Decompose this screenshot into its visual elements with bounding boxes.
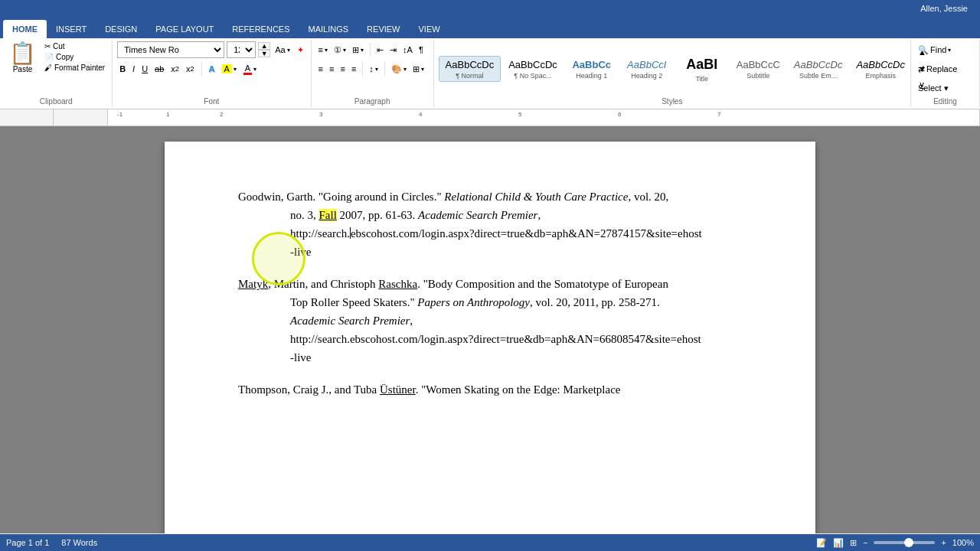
styles-gallery: AaBbCcDc ¶ Normal AaBbCcDc ¶ No Spac... … [439, 54, 911, 83]
ref-goodwin-line2: no. 3, Fall 2007, pp. 61-63. Academic Se… [238, 206, 742, 224]
style-normal-label: ¶ Normal [456, 72, 483, 80]
zoom-out-icon[interactable]: − [863, 538, 867, 547]
paragraph-group-label: Paragraph [312, 97, 433, 106]
style-heading2-label: Heading 2 [631, 72, 662, 80]
style-no-spacing-label: ¶ No Spac... [514, 72, 551, 80]
change-case-button[interactable]: Aa▾ [273, 41, 292, 58]
document-page[interactable]: Goodwin, Garth. "Going around in Circles… [165, 142, 815, 533]
align-right-button[interactable]: ≡ [338, 60, 347, 77]
bold-button[interactable]: B [117, 60, 128, 77]
document-content: Goodwin, Garth. "Going around in Circles… [238, 187, 742, 399]
multilevel-list-button[interactable]: ⊞▾ [350, 41, 366, 58]
ref-thompson-author-underline: Üstüner [380, 383, 416, 396]
style-subtitle[interactable]: AaBbCcC Subtitle [730, 57, 786, 81]
font-family-select[interactable]: Times New Ro [117, 41, 224, 58]
ref-matyk: Matyk, Martin, and Christoph Raschka. "B… [238, 275, 742, 367]
show-formatting-button[interactable]: ¶ [416, 41, 426, 58]
line-spacing-button[interactable]: ↕▾ [367, 60, 381, 77]
format-painter-icon: 🖌 [44, 64, 52, 72]
ref-thompson-line1: Thompson, Craig J., and Tuba Üstüner. "W… [238, 380, 742, 399]
clipboard-small-buttons: ✂ Cut 📄 Copy 🖌 Format Painter [42, 41, 107, 73]
format-painter-label: Format Painter [54, 64, 105, 72]
style-emphasis[interactable]: AaBbCcDc Emphasis [850, 57, 911, 81]
style-subtitle-label: Subtitle [746, 72, 769, 80]
font-size-increase[interactable]: ▲ [258, 42, 270, 50]
track-changes-icon[interactable]: 📊 [833, 538, 844, 548]
style-heading2[interactable]: AaBbCcI Heading 2 [620, 57, 674, 81]
format-painter-button[interactable]: 🖌 Format Painter [42, 63, 107, 73]
bullets-button[interactable]: ≡▾ [316, 41, 330, 58]
clear-formatting-button[interactable]: ✦ [295, 41, 306, 58]
find-button[interactable]: 🔍 Find ▾ [916, 41, 953, 58]
italic-button[interactable]: I [130, 60, 137, 77]
superscript-button[interactable]: x2 [184, 60, 197, 77]
tab-home[interactable]: HOME [3, 20, 47, 38]
style-subtle-emphasis-preview: AaBbCcDc [794, 58, 843, 72]
select-button[interactable]: Select ▾ [916, 80, 951, 96]
font-color-icon: A [243, 64, 252, 75]
tab-page-layout[interactable]: PAGE LAYOUT [146, 20, 223, 38]
tab-design[interactable]: DESIGN [96, 20, 146, 38]
font-size-select[interactable]: 12 [227, 41, 256, 58]
ref-matyk-line2: Top Roller Speed Skaters." Papers on Ant… [238, 293, 742, 311]
sort-button[interactable]: ↕A [400, 41, 415, 58]
font-divider [201, 62, 202, 76]
paste-button[interactable]: 📋 Paste [5, 41, 41, 75]
tab-mailings[interactable]: MAILINGS [299, 20, 358, 38]
spell-check-icon[interactable]: 📝 [816, 538, 827, 548]
tab-insert[interactable]: INSERT [47, 20, 96, 38]
tab-review[interactable]: REVIEW [358, 20, 409, 38]
subscript-button[interactable]: x2 [168, 60, 181, 77]
style-normal-preview: AaBbCcDc [446, 58, 495, 72]
ref-goodwin-database: Academic Search Premier [418, 209, 537, 221]
doc-area: Goodwin, Garth. "Going around in Circles… [0, 126, 980, 533]
style-heading1[interactable]: AaBbCc Heading 1 [565, 57, 619, 81]
layout-icon[interactable]: ⊞ [850, 538, 857, 548]
para-divider3 [384, 62, 385, 76]
ref-matyk-journal: Papers on Anthropology [417, 296, 530, 308]
clipboard-group: 📋 Paste ✂ Cut 📄 Copy 🖌 Format Painter Cl… [0, 40, 113, 107]
cut-button[interactable]: ✂ Cut [42, 41, 107, 51]
justify-button[interactable]: ≡ [349, 60, 358, 77]
replace-button[interactable]: ⇄ Replace [916, 60, 959, 77]
style-heading2-preview: AaBbCcI [627, 58, 666, 72]
style-heading1-label: Heading 1 [576, 72, 607, 80]
user-name: Allen, Jessie [920, 4, 968, 13]
copy-button[interactable]: 📄 Copy [42, 52, 107, 62]
ref-matyk-url: http://search.ebscohost.com/login.aspx?d… [238, 330, 742, 348]
font-group-label: Font [113, 97, 310, 106]
zoom-level: 100% [952, 538, 974, 547]
cut-label: Cut [53, 42, 65, 51]
tab-view[interactable]: VIEW [410, 20, 449, 38]
increase-indent-button[interactable]: ⇥ [387, 41, 399, 58]
zoom-in-icon[interactable]: + [941, 538, 946, 547]
align-center-button[interactable]: ≡ [327, 60, 336, 77]
style-subtle-emphasis[interactable]: AaBbCcDc Subtle Em... [788, 57, 849, 81]
numbering-button[interactable]: ①▾ [332, 41, 348, 58]
align-left-button[interactable]: ≡ [316, 60, 325, 77]
text-highlight-button[interactable]: A▾ [220, 60, 239, 77]
style-title-preview: AaBI [686, 55, 717, 74]
horizontal-ruler: -1 1 2 3 4 5 6 7 [107, 109, 980, 126]
copy-label: Copy [56, 53, 74, 61]
style-no-spacing[interactable]: AaBbCcDc ¶ No Spac... [502, 57, 564, 81]
font-size-decrease[interactable]: ▼ [258, 50, 270, 57]
clipboard-group-label: Clipboard [0, 97, 112, 106]
borders-button[interactable]: ⊞▾ [410, 60, 426, 77]
zoom-slider[interactable] [874, 541, 935, 544]
style-title[interactable]: AaBI Title [675, 54, 729, 83]
strikethrough-button[interactable]: ab [152, 60, 166, 77]
underline-button[interactable]: U [139, 60, 150, 77]
page-info: Page 1 of 1 [6, 538, 49, 547]
decrease-indent-button[interactable]: ⇤ [374, 41, 386, 58]
style-normal[interactable]: AaBbCcDc ¶ Normal [439, 56, 501, 82]
ref-goodwin-url: http://search.ebscohost.com/login.aspx?d… [238, 224, 742, 243]
text-effects-button[interactable]: A [207, 60, 217, 77]
replace-icon: ⇄ [918, 64, 925, 74]
tab-references[interactable]: REFERENCES [223, 20, 299, 38]
paste-label: Paste [13, 65, 33, 73]
font-color-button[interactable]: A▾ [241, 60, 259, 77]
shading-button[interactable]: 🎨▾ [389, 60, 409, 77]
para-list-row: ≡▾ ①▾ ⊞▾ ⇤ ⇥ ↕A ¶ [316, 41, 426, 58]
style-emphasis-label: Emphasis [865, 72, 896, 80]
